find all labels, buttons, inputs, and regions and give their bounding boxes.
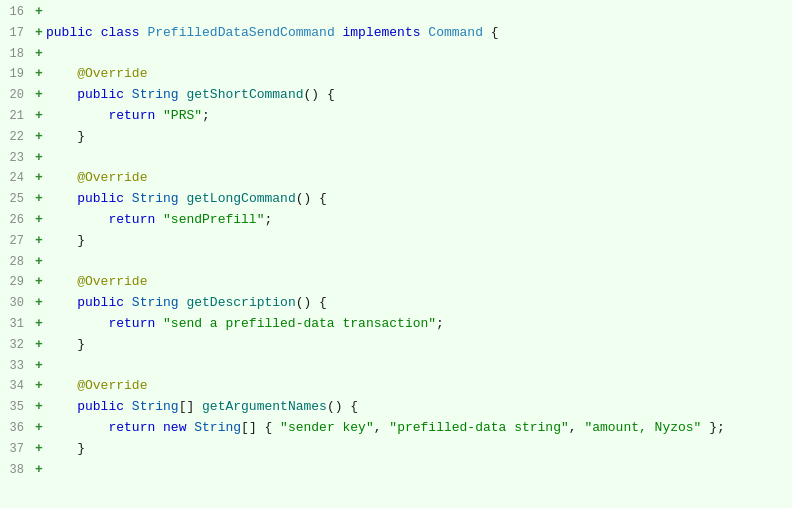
line-marker: + (32, 231, 46, 252)
code-line: 27+ } (0, 231, 792, 252)
line-marker: + (32, 356, 46, 377)
line-number: 35 (4, 398, 32, 417)
line-content: } (46, 335, 788, 356)
line-marker: + (32, 44, 46, 65)
line-marker: + (32, 64, 46, 85)
line-number: 27 (4, 232, 32, 251)
line-marker: + (32, 168, 46, 189)
line-number: 23 (4, 149, 32, 168)
line-marker: + (32, 210, 46, 231)
line-number: 19 (4, 65, 32, 84)
line-number: 31 (4, 315, 32, 334)
line-number: 37 (4, 440, 32, 459)
line-number: 33 (4, 357, 32, 376)
line-content: return new String[] { "sender key", "pre… (46, 418, 788, 439)
line-marker: + (32, 314, 46, 335)
line-marker: + (32, 335, 46, 356)
code-line: 32+ } (0, 335, 792, 356)
line-marker: + (32, 189, 46, 210)
line-content: } (46, 231, 788, 252)
line-content: public String getShortCommand() { (46, 85, 788, 106)
line-number: 24 (4, 169, 32, 188)
line-number: 20 (4, 86, 32, 105)
code-line: 21+ return "PRS"; (0, 106, 792, 127)
line-marker: + (32, 460, 46, 481)
line-number: 21 (4, 107, 32, 126)
line-content: return "send a prefilled-data transactio… (46, 314, 788, 335)
line-marker: + (32, 397, 46, 418)
code-line: 30+ public String getDescription() { (0, 293, 792, 314)
line-content: } (46, 439, 788, 460)
line-content: @Override (46, 64, 788, 85)
code-line: 35+ public String[] getArgumentNames() { (0, 397, 792, 418)
line-marker: + (32, 293, 46, 314)
code-view: 16+17+public class PrefilledDataSendComm… (0, 0, 792, 508)
line-number: 29 (4, 273, 32, 292)
line-content: public String getDescription() { (46, 293, 788, 314)
line-number: 34 (4, 377, 32, 396)
line-marker: + (32, 127, 46, 148)
code-line: 29+ @Override (0, 272, 792, 293)
code-line: 20+ public String getShortCommand() { (0, 85, 792, 106)
code-line: 17+public class PrefilledDataSendCommand… (0, 23, 792, 44)
line-marker: + (32, 148, 46, 169)
line-content: @Override (46, 376, 788, 397)
line-number: 32 (4, 336, 32, 355)
line-marker: + (32, 85, 46, 106)
line-number: 28 (4, 253, 32, 272)
line-number: 26 (4, 211, 32, 230)
code-line: 25+ public String getLongCommand() { (0, 189, 792, 210)
line-marker: + (32, 418, 46, 439)
line-marker: + (32, 106, 46, 127)
line-number: 22 (4, 128, 32, 147)
line-content: @Override (46, 168, 788, 189)
line-number: 30 (4, 294, 32, 313)
code-line: 19+ @Override (0, 64, 792, 85)
code-line: 28+ (0, 252, 792, 273)
code-line: 34+ @Override (0, 376, 792, 397)
code-line: 22+ } (0, 127, 792, 148)
line-number: 18 (4, 45, 32, 64)
code-line: 38+ (0, 460, 792, 481)
code-line: 18+ (0, 44, 792, 65)
line-marker: + (32, 439, 46, 460)
line-number: 38 (4, 461, 32, 480)
code-line: 16+ (0, 2, 792, 23)
code-line: 37+ } (0, 439, 792, 460)
line-marker: + (32, 376, 46, 397)
line-number: 16 (4, 3, 32, 22)
line-content: return "PRS"; (46, 106, 788, 127)
code-line: 33+ (0, 356, 792, 377)
line-content: public String getLongCommand() { (46, 189, 788, 210)
code-line: 23+ (0, 148, 792, 169)
line-number: 17 (4, 24, 32, 43)
line-content: return "sendPrefill"; (46, 210, 788, 231)
line-content: public String[] getArgumentNames() { (46, 397, 788, 418)
line-number: 36 (4, 419, 32, 438)
code-line: 36+ return new String[] { "sender key", … (0, 418, 792, 439)
code-line: 24+ @Override (0, 168, 792, 189)
line-content: } (46, 127, 788, 148)
line-content: public class PrefilledDataSendCommand im… (46, 23, 788, 44)
code-line: 31+ return "send a prefilled-data transa… (0, 314, 792, 335)
line-marker: + (32, 252, 46, 273)
line-number: 25 (4, 190, 32, 209)
line-marker: + (32, 272, 46, 293)
line-marker: + (32, 23, 46, 44)
code-line: 26+ return "sendPrefill"; (0, 210, 792, 231)
line-content: @Override (46, 272, 788, 293)
line-marker: + (32, 2, 46, 23)
